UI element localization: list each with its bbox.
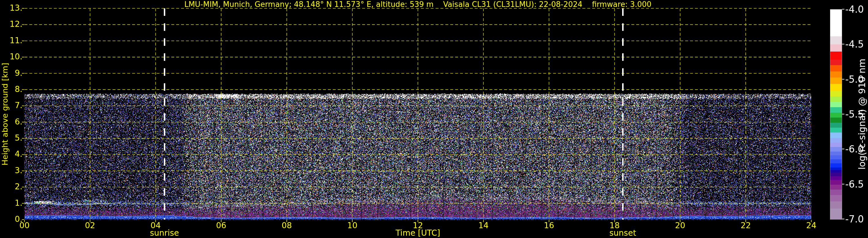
colorbar-tick-label: -5.5 xyxy=(845,109,864,120)
y-tick-label: 9. xyxy=(0,68,23,78)
x-tick-label: 10 xyxy=(347,221,358,230)
x-tick-label: 24 xyxy=(806,221,816,230)
colorbar-tick-mark xyxy=(842,9,844,9)
y-tick-label: 5. xyxy=(0,133,23,143)
y-tick-label: 6. xyxy=(0,117,23,126)
x-tick-label: 20 xyxy=(675,221,685,230)
colorbar-tick-label: -4.5 xyxy=(845,39,864,50)
y-tick-label: 2. xyxy=(0,182,23,191)
page-title: LMU-MIM, Munich, Germany; 48.148° N 11.5… xyxy=(25,0,811,9)
y-tick-label: 8. xyxy=(0,84,23,94)
y-tick-label: 1. xyxy=(0,198,23,208)
colorbar-tick-mark xyxy=(842,44,844,44)
colorbar-tick-label: -6.5 xyxy=(845,179,864,190)
colorbar-tick-mark xyxy=(842,219,844,219)
y-tick-label: 3. xyxy=(0,166,23,175)
x-tick-label: 16 xyxy=(544,221,554,230)
y-tick-label: 0. xyxy=(0,214,23,224)
y-tick-label: 11. xyxy=(0,36,23,45)
x-tick-label: 14 xyxy=(478,221,489,230)
colorbar-tick-label: -4.0 xyxy=(845,4,864,15)
sunrise-line xyxy=(164,8,165,219)
y-tick-label: 4. xyxy=(0,149,23,159)
ceilometer-quicklook-figure: LMU-MIM, Munich, Germany; 48.148° N 11.5… xyxy=(0,0,868,238)
colorbar-tick-mark xyxy=(842,79,844,80)
x-tick-label: 06 xyxy=(216,221,226,230)
x-tick-label: 22 xyxy=(741,221,751,230)
x-tick-label: 18 xyxy=(610,221,620,230)
colorbar xyxy=(830,9,842,219)
y-tick-label: 13. xyxy=(0,3,23,13)
colorbar-tick-mark xyxy=(842,184,844,184)
x-tick-label: 04 xyxy=(151,221,161,230)
y-tick-label: 12. xyxy=(0,19,23,29)
colorbar-tick-label: -7.0 xyxy=(845,213,864,225)
colorbar-tick-mark xyxy=(842,149,844,149)
x-tick-label: 02 xyxy=(85,221,95,230)
sunset-line xyxy=(622,8,624,219)
y-tick-label: 10. xyxy=(0,52,23,61)
plot-area-canvas xyxy=(0,0,868,238)
colorbar-tick-label: -6.0 xyxy=(845,144,864,155)
colorbar-tick-mark xyxy=(842,114,844,114)
y-tick-label: 7. xyxy=(0,100,23,110)
x-tick-label: 08 xyxy=(282,221,292,230)
colorbar-tick-label: -5.0 xyxy=(845,74,864,85)
x-tick-label: 12 xyxy=(413,221,423,230)
